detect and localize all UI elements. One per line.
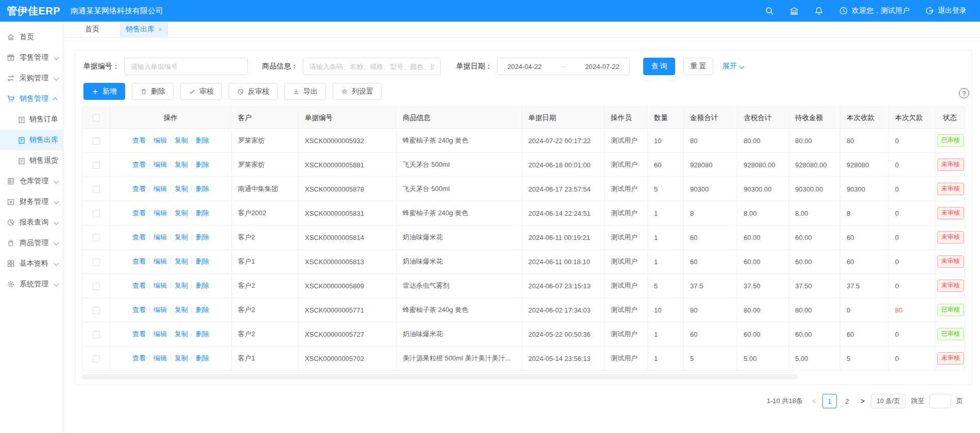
action-edit-link[interactable]: 编辑 [153,306,167,314]
action-view-link[interactable]: 查看 [132,257,146,265]
user-welcome[interactable]: 欢迎您，测试用户 [839,6,909,15]
action-view-link[interactable]: 查看 [132,306,146,314]
product-info-input[interactable] [303,58,441,75]
delete-button[interactable]: 删除 [132,83,174,100]
action-copy-link[interactable]: 复制 [175,161,188,168]
receivable-cell: 60.00 [789,250,840,274]
sidebar-item-sales-return[interactable]: 销售退货 [0,150,63,171]
operator-cell: 测试用户 [605,201,648,226]
horizontal-scrollbar[interactable] [82,374,798,379]
search-button[interactable]: 查询 [643,58,675,75]
search-icon[interactable] [765,6,774,15]
row-checkbox[interactable] [93,137,100,145]
action-copy-link[interactable]: 复制 [175,282,188,289]
action-view-link[interactable]: 查看 [132,185,146,193]
sidebar-item-goods[interactable]: 商品管理 [0,233,63,253]
action-copy-link[interactable]: 复制 [175,233,188,241]
bank-icon[interactable] [789,6,799,15]
action-delete-link[interactable]: 删除 [196,209,209,217]
row-checkbox[interactable] [93,210,100,217]
action-edit-link[interactable]: 编辑 [153,282,167,289]
page-button-1[interactable]: 1 [822,394,837,408]
sidebar-item-system[interactable]: 系统管理 [0,274,63,295]
action-copy-link[interactable]: 复制 [175,257,188,265]
sidebar-item-sales-order[interactable]: 销售订单 [0,109,63,130]
action-edit-link[interactable]: 编辑 [153,233,167,241]
action-edit-link[interactable]: 编辑 [153,185,167,193]
sidebar-item-purchase[interactable]: 采购管理 [0,68,63,89]
help-icon[interactable]: ? [959,88,969,98]
row-checkbox[interactable] [93,258,100,266]
row-checkbox[interactable] [93,162,100,169]
action-view-link[interactable]: 查看 [132,209,146,217]
chevron-down-icon [54,199,59,204]
row-checkbox[interactable] [93,186,100,193]
jump-page-input[interactable] [930,394,951,408]
action-delete-link[interactable]: 删除 [196,354,209,362]
action-copy-link[interactable]: 复制 [175,185,188,193]
action-view-link[interactable]: 查看 [132,233,146,241]
tab-sales-outbound[interactable]: 销售出库 × [120,22,168,37]
reset-button[interactable]: 重置 [683,58,713,75]
page-size-select[interactable]: 10 条/页 [871,394,906,408]
date-start[interactable]: 2024-04-22 [507,63,542,71]
expand-toggle[interactable]: 展开 [723,62,743,71]
action-copy-link[interactable]: 复制 [175,330,188,338]
action-delete-link[interactable]: 删除 [196,161,209,168]
row-checkbox[interactable] [93,307,100,314]
action-copy-link[interactable]: 复制 [175,136,188,144]
logout-button[interactable]: 退出登录 [925,6,967,15]
unaudit-button[interactable]: 反审核 [229,83,278,100]
tax-total-cell: 80.00 [737,129,789,153]
action-view-link[interactable]: 查看 [132,161,146,168]
action-view-link[interactable]: 查看 [132,282,146,289]
select-all-checkbox[interactable] [93,114,100,122]
action-edit-link[interactable]: 编辑 [153,209,167,217]
sidebar-item-warehouse[interactable]: 仓库管理 [0,171,63,192]
row-checkbox[interactable] [93,234,100,241]
sidebar-item-sales-outbound[interactable]: 销售出库 [0,130,63,150]
date-end[interactable]: 2024-07-22 [585,63,620,71]
row-checkbox[interactable] [93,331,100,338]
sidebar-item-finance[interactable]: 财务管理 [0,192,63,212]
operator-cell: 测试用户 [605,129,648,153]
row-actions: 查看编辑复制删除 [110,226,232,250]
sidebar-item-retail[interactable]: 零售管理 [0,47,63,68]
close-icon[interactable]: × [158,26,162,33]
action-delete-link[interactable]: 删除 [196,330,209,338]
bell-icon[interactable] [814,6,823,15]
next-page-icon[interactable]: > [859,397,866,405]
row-checkbox[interactable] [93,355,100,362]
action-edit-link[interactable]: 编辑 [153,257,167,265]
action-delete-link[interactable]: 删除 [196,257,209,265]
sidebar-item-report[interactable]: 报表查询 [0,212,63,233]
action-edit-link[interactable]: 编辑 [153,330,167,338]
action-copy-link[interactable]: 复制 [175,209,188,217]
action-delete-link[interactable]: 删除 [196,185,209,193]
action-edit-link[interactable]: 编辑 [153,354,167,362]
export-button[interactable]: 导出 [284,83,326,100]
action-delete-link[interactable]: 删除 [196,306,209,314]
add-button[interactable]: 新增 [83,83,125,100]
action-delete-link[interactable]: 删除 [196,233,209,241]
action-view-link[interactable]: 查看 [132,354,146,362]
audit-button[interactable]: 审核 [180,83,222,100]
action-edit-link[interactable]: 编辑 [153,161,167,168]
action-copy-link[interactable]: 复制 [175,354,188,362]
sidebar-item-sales[interactable]: 销售管理 [0,89,63,109]
sidebar-item-home[interactable]: 首页 [0,27,63,47]
action-delete-link[interactable]: 删除 [196,282,209,289]
columns-button[interactable]: 列设置 [333,83,382,100]
row-checkbox[interactable] [93,283,100,290]
action-delete-link[interactable]: 删除 [196,136,209,144]
action-view-link[interactable]: 查看 [132,136,146,144]
sidebar-item-basic[interactable]: 基本资料 [0,253,63,274]
page-button-2[interactable]: 2 [840,394,854,408]
action-view-link[interactable]: 查看 [132,330,146,338]
prev-page-icon[interactable]: < [811,397,817,405]
order-no-input[interactable] [124,58,248,75]
tab-home[interactable]: 首页 [80,23,105,36]
date-range-picker[interactable]: 2024-04-22 ~ 2024-07-22 [497,58,630,75]
action-copy-link[interactable]: 复制 [175,306,188,314]
action-edit-link[interactable]: 编辑 [153,136,167,144]
